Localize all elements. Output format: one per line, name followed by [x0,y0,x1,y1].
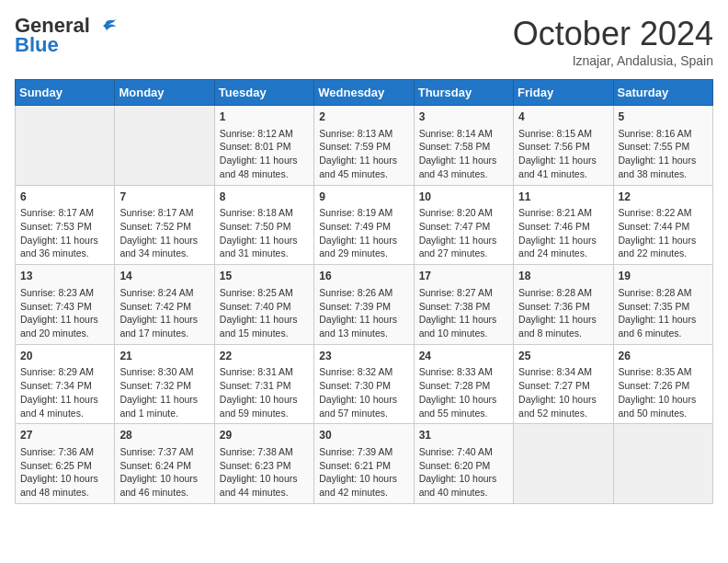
calendar-cell: 4Sunrise: 8:15 AM Sunset: 7:56 PM Daylig… [514,106,613,186]
day-number: 27 [20,428,109,443]
calendar-cell: 21Sunrise: 8:30 AM Sunset: 7:32 PM Dayli… [115,344,214,424]
calendar-cell: 14Sunrise: 8:24 AM Sunset: 7:42 PM Dayli… [115,265,214,345]
cell-content: Sunrise: 8:34 AM Sunset: 7:27 PM Dayligh… [518,365,608,419]
day-number: 28 [119,428,209,443]
title-block: October 2024 Iznajar, Andalusia, Spain [513,15,713,68]
cell-content: Sunrise: 8:19 AM Sunset: 7:49 PM Dayligh… [319,206,408,260]
calendar-cell: 20Sunrise: 8:29 AM Sunset: 7:34 PM Dayli… [16,344,115,424]
cell-content: Sunrise: 7:36 AM Sunset: 6:25 PM Dayligh… [20,445,109,500]
calendar-cell: 5Sunrise: 8:16 AM Sunset: 7:55 PM Daylig… [613,106,712,186]
day-header-wednesday: Wednesday [314,80,414,106]
cell-content: Sunrise: 8:17 AM Sunset: 7:53 PM Dayligh… [20,206,109,260]
calendar-cell: 22Sunrise: 8:31 AM Sunset: 7:31 PM Dayli… [214,344,313,424]
cell-content: Sunrise: 8:12 AM Sunset: 8:01 PM Dayligh… [220,127,309,181]
calendar-cell: 11Sunrise: 8:21 AM Sunset: 7:46 PM Dayli… [514,185,613,265]
calendar-cell: 15Sunrise: 8:25 AM Sunset: 7:40 PM Dayli… [214,265,313,345]
cell-content: Sunrise: 8:21 AM Sunset: 7:46 PM Dayligh… [518,206,608,260]
day-number: 26 [619,349,708,364]
cell-content: Sunrise: 7:37 AM Sunset: 6:24 PM Dayligh… [119,445,209,500]
cell-content: Sunrise: 8:22 AM Sunset: 7:44 PM Dayligh… [619,206,708,260]
day-number: 23 [319,349,408,364]
calendar-cell: 24Sunrise: 8:33 AM Sunset: 7:28 PM Dayli… [414,344,513,424]
calendar-cell [613,424,712,504]
cell-content: Sunrise: 8:26 AM Sunset: 7:39 PM Dayligh… [319,286,408,340]
calendar-cell: 30Sunrise: 7:39 AM Sunset: 6:21 PM Dayli… [314,424,414,504]
cell-content: Sunrise: 8:18 AM Sunset: 7:50 PM Dayligh… [220,206,309,260]
day-number: 18 [518,269,608,284]
day-number: 9 [319,190,408,205]
day-number: 21 [119,349,209,364]
calendar-cell: 3Sunrise: 8:14 AM Sunset: 7:58 PM Daylig… [414,106,513,186]
calendar-cell [16,106,115,186]
calendar-week-row: 20Sunrise: 8:29 AM Sunset: 7:34 PM Dayli… [16,344,713,424]
calendar-week-row: 1Sunrise: 8:12 AM Sunset: 8:01 PM Daylig… [16,106,713,186]
cell-content: Sunrise: 8:16 AM Sunset: 7:55 PM Dayligh… [619,127,708,181]
cell-content: Sunrise: 8:24 AM Sunset: 7:42 PM Dayligh… [119,286,209,340]
calendar-cell: 1Sunrise: 8:12 AM Sunset: 8:01 PM Daylig… [214,106,313,186]
calendar-cell: 19Sunrise: 8:28 AM Sunset: 7:35 PM Dayli… [613,265,712,345]
day-header-sunday: Sunday [16,80,115,106]
day-number: 5 [619,109,708,125]
cell-content: Sunrise: 8:30 AM Sunset: 7:32 PM Dayligh… [119,365,209,419]
calendar-cell: 25Sunrise: 8:34 AM Sunset: 7:27 PM Dayli… [514,344,613,424]
calendar-cell: 28Sunrise: 7:37 AM Sunset: 6:24 PM Dayli… [115,424,214,504]
calendar-week-row: 27Sunrise: 7:36 AM Sunset: 6:25 PM Dayli… [16,424,713,504]
month-year-title: October 2024 [513,15,713,53]
day-number: 7 [119,190,209,205]
calendar-cell: 26Sunrise: 8:35 AM Sunset: 7:26 PM Dayli… [613,344,712,424]
day-number: 1 [220,109,309,125]
day-number: 29 [220,428,309,443]
calendar-cell: 18Sunrise: 8:28 AM Sunset: 7:36 PM Dayli… [514,265,613,345]
day-number: 6 [20,190,109,205]
calendar-week-row: 6Sunrise: 8:17 AM Sunset: 7:53 PM Daylig… [16,185,713,265]
cell-content: Sunrise: 8:28 AM Sunset: 7:36 PM Dayligh… [518,286,608,340]
calendar-cell [514,424,613,504]
day-number: 24 [419,349,508,364]
calendar-cell: 8Sunrise: 8:18 AM Sunset: 7:50 PM Daylig… [214,185,313,265]
day-number: 16 [319,269,408,284]
calendar-cell [115,106,214,186]
cell-content: Sunrise: 8:15 AM Sunset: 7:56 PM Dayligh… [518,127,608,181]
calendar-cell: 16Sunrise: 8:26 AM Sunset: 7:39 PM Dayli… [314,265,414,345]
day-header-monday: Monday [115,80,214,106]
calendar-cell: 29Sunrise: 7:38 AM Sunset: 6:23 PM Dayli… [214,424,313,504]
cell-content: Sunrise: 7:40 AM Sunset: 6:20 PM Dayligh… [419,445,508,500]
calendar-cell: 27Sunrise: 7:36 AM Sunset: 6:25 PM Dayli… [16,424,115,504]
day-number: 10 [419,190,508,205]
cell-content: Sunrise: 8:28 AM Sunset: 7:35 PM Dayligh… [619,286,708,340]
day-header-saturday: Saturday [613,80,712,106]
day-number: 20 [20,349,109,364]
calendar-header-row: SundayMondayTuesdayWednesdayThursdayFrid… [16,80,713,106]
day-number: 12 [619,190,708,205]
cell-content: Sunrise: 8:20 AM Sunset: 7:47 PM Dayligh… [419,206,508,260]
day-number: 22 [220,349,309,364]
calendar-cell: 9Sunrise: 8:19 AM Sunset: 7:49 PM Daylig… [314,185,414,265]
calendar-cell: 12Sunrise: 8:22 AM Sunset: 7:44 PM Dayli… [613,185,712,265]
day-number: 2 [319,109,408,125]
cell-content: Sunrise: 8:31 AM Sunset: 7:31 PM Dayligh… [220,365,309,419]
cell-content: Sunrise: 8:14 AM Sunset: 7:58 PM Dayligh… [419,127,508,181]
day-number: 4 [518,109,608,125]
calendar-week-row: 13Sunrise: 8:23 AM Sunset: 7:43 PM Dayli… [16,265,713,345]
logo-bird-icon [97,19,116,34]
day-number: 14 [119,269,209,284]
calendar-cell: 2Sunrise: 8:13 AM Sunset: 7:59 PM Daylig… [314,106,414,186]
cell-content: Sunrise: 8:35 AM Sunset: 7:26 PM Dayligh… [619,365,708,419]
page-header: General Blue October 2024 Iznajar, Andal… [15,15,713,68]
cell-content: Sunrise: 8:33 AM Sunset: 7:28 PM Dayligh… [419,365,508,419]
day-header-friday: Friday [514,80,613,106]
day-number: 3 [419,109,508,125]
location-subtitle: Iznajar, Andalusia, Spain [513,53,713,68]
day-number: 8 [220,190,309,205]
cell-content: Sunrise: 8:27 AM Sunset: 7:38 PM Dayligh… [419,286,508,340]
calendar-cell: 17Sunrise: 8:27 AM Sunset: 7:38 PM Dayli… [414,265,513,345]
cell-content: Sunrise: 8:29 AM Sunset: 7:34 PM Dayligh… [20,365,109,419]
day-number: 17 [419,269,508,284]
calendar-cell: 7Sunrise: 8:17 AM Sunset: 7:52 PM Daylig… [115,185,214,265]
day-header-thursday: Thursday [414,80,513,106]
cell-content: Sunrise: 7:39 AM Sunset: 6:21 PM Dayligh… [319,445,408,500]
calendar-table: SundayMondayTuesdayWednesdayThursdayFrid… [15,79,713,504]
day-number: 19 [619,269,708,284]
cell-content: Sunrise: 8:17 AM Sunset: 7:52 PM Dayligh… [119,206,209,260]
day-number: 15 [220,269,309,284]
